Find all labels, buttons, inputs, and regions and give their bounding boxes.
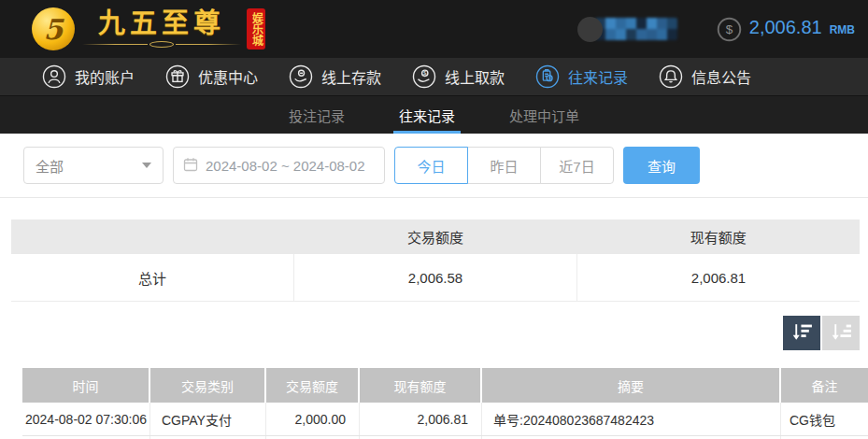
gift-icon	[165, 64, 190, 89]
nav-item-announcements[interactable]: 信息公告	[659, 64, 751, 89]
balance-amount: 2,006.81	[749, 17, 822, 38]
type-select-value: 全部	[36, 156, 64, 176]
summary-total-row: 总计 2,006.58 2,006.81	[11, 254, 860, 302]
sort-controls	[0, 316, 860, 350]
nav-item-transactions[interactable]: 往来记录	[535, 64, 628, 89]
dollar-icon: $	[717, 17, 742, 42]
sort-descending-icon	[790, 322, 814, 345]
brand-monogram-icon: 5	[32, 7, 75, 50]
col-header-time: 时间	[22, 368, 150, 403]
row-amount: 2,000.00	[266, 403, 360, 435]
records-header-row: 时间 交易类别 交易额度 现有额度 摘要 备注	[22, 368, 868, 403]
sort-descending-button[interactable]	[783, 316, 820, 350]
col-header-summary: 摘要	[482, 368, 781, 403]
svg-text:$: $	[726, 22, 733, 36]
sort-ascending-icon	[830, 322, 853, 345]
today-button[interactable]: 今日	[394, 147, 468, 184]
row-type: CGPAY支付	[150, 403, 266, 435]
tab-betting-records[interactable]: 投注记录	[283, 96, 350, 134]
withdraw-icon: $	[412, 64, 436, 89]
date-range-input[interactable]: 2024-08-02 ~ 2024-08-02	[173, 147, 385, 184]
brand-flourish-icon	[82, 41, 241, 48]
nav-item-my-account[interactable]: 我的账户	[42, 64, 135, 89]
summary-header-transaction-amount: 交易额度	[294, 220, 577, 254]
nav-label: 线上存款	[321, 65, 381, 88]
type-select[interactable]: 全部	[23, 147, 164, 184]
avatar	[577, 17, 603, 42]
col-header-type: 交易类别	[150, 368, 266, 403]
sort-ascending-button[interactable]	[822, 316, 860, 350]
summary-table: 交易额度 现有额度 总计 2,006.58 2,006.81	[11, 220, 860, 302]
records-table: 时间 交易类别 交易额度 现有额度 摘要 备注 2024-08-02 07:30…	[22, 368, 868, 439]
balance[interactable]: $ 2,006.81 RMB	[717, 17, 855, 42]
yesterday-button[interactable]: 昨日	[467, 147, 541, 184]
summary-header-empty	[11, 220, 294, 254]
row-balance: 2,006.81	[360, 403, 482, 435]
nav-label: 线上取款	[445, 65, 505, 88]
date-range-value: 2024-08-02 ~ 2024-08-02	[206, 158, 365, 174]
nav-item-withdraw[interactable]: $ 线上取款	[412, 64, 505, 89]
brand-logo[interactable]: 5 九五至尊 娱乐城	[32, 7, 265, 50]
search-button[interactable]: 查询	[623, 147, 700, 184]
main-nav: 我的账户 优惠中心 线上存款 $	[0, 58, 868, 96]
calendar-icon	[183, 157, 198, 175]
tab-pending-orders[interactable]: 处理中订单	[504, 96, 585, 134]
col-header-note: 备注	[781, 368, 868, 403]
sub-tabs: 投注记录 往来记录 处理中订单	[0, 96, 868, 134]
bell-icon	[659, 64, 683, 89]
col-header-amount: 交易额度	[266, 368, 360, 403]
summary-total-label: 总计	[11, 254, 294, 301]
deposit-icon	[289, 64, 313, 89]
row-note: CG钱包	[781, 403, 868, 435]
nav-label: 优惠中心	[198, 65, 258, 88]
nav-item-promotions[interactable]: 优惠中心	[165, 64, 258, 89]
brand-name: 九五至尊	[98, 10, 225, 37]
quick-range-group: 今日 昨日 近7日	[394, 147, 614, 184]
row-time: 2024-08-02 07:30:06	[22, 403, 150, 435]
user-icon	[42, 64, 66, 89]
row-summary: 单号:202408023687482423	[482, 403, 781, 435]
records-icon	[535, 64, 560, 89]
nav-label: 我的账户	[75, 65, 135, 88]
brand-badge: 娱乐城	[247, 8, 265, 50]
summary-header-row: 交易额度 现有额度	[11, 220, 860, 254]
topbar: 5 九五至尊 娱乐城 $ 2,006.	[0, 0, 868, 58]
username-blurred-text	[595, 18, 677, 40]
col-header-balance: 现有额度	[360, 368, 482, 403]
filter-bar: 全部 2024-08-02 ~ 2024-08-02 今日 昨日 近7日 查询	[0, 134, 868, 184]
nav-label: 信息公告	[691, 65, 751, 88]
username-redacted[interactable]	[577, 17, 677, 42]
table-row: 2024-08-02 07:30:06 CGPAY支付 2,000.00 2,0…	[22, 403, 868, 436]
tab-transaction-records[interactable]: 往来记录	[393, 96, 461, 134]
last7days-button[interactable]: 近7日	[540, 147, 614, 184]
summary-total-current-amount: 2,006.81	[577, 254, 860, 301]
nav-item-deposit[interactable]: 线上存款	[289, 64, 381, 89]
balance-currency: RMB	[830, 23, 855, 36]
chevron-down-icon	[142, 163, 151, 168]
summary-header-current-amount: 现有额度	[576, 220, 860, 254]
summary-total-transaction-amount: 2,006.58	[294, 254, 577, 301]
section-divider	[0, 197, 868, 198]
nav-label: 往来记录	[568, 65, 628, 88]
